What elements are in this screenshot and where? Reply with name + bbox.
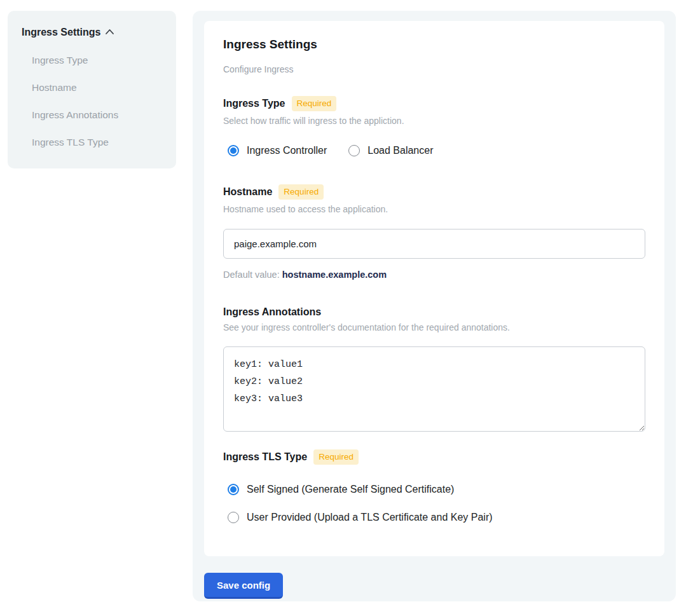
field-ingress-tls-type: Ingress TLS Type Required Self Signed (G… [223, 449, 645, 523]
radio-button-icon[interactable] [228, 484, 239, 495]
radio-label: User Provided (Upload a TLS Certificate … [247, 512, 493, 523]
radio-label: Ingress Controller [247, 145, 327, 156]
ingress-type-description: Select how traffic will ingress to the a… [223, 116, 645, 126]
ingress-tls-type-label: Ingress TLS Type [223, 451, 307, 463]
field-ingress-annotations: Ingress Annotations See your ingress con… [223, 306, 645, 432]
hostname-default-line: Default value: hostname.example.com [223, 270, 645, 280]
sidebar-item-hostname[interactable]: Hostname [32, 82, 162, 93]
radio-label: Self Signed (Generate Self Signed Certif… [247, 484, 454, 495]
sidebar-section-ingress-settings[interactable]: Ingress Settings [22, 27, 162, 38]
sidebar-section-label: Ingress Settings [22, 27, 100, 38]
radio-button-icon[interactable] [348, 145, 360, 156]
default-value-text: hostname.example.com [282, 270, 387, 280]
settings-sidebar: Ingress Settings Ingress Type Hostname I… [8, 11, 176, 168]
radio-load-balancer[interactable]: Load Balancer [348, 145, 433, 156]
radio-label: Load Balancer [367, 145, 433, 156]
hostname-description: Hostname used to access the application. [223, 204, 645, 214]
radio-self-signed[interactable]: Self Signed (Generate Self Signed Certif… [228, 484, 645, 495]
page-title: Ingress Settings [223, 38, 645, 51]
page-subtitle: Configure Ingress [223, 64, 645, 74]
ingress-type-label: Ingress Type [223, 98, 285, 109]
save-config-button[interactable]: Save config [204, 573, 283, 599]
sidebar-item-ingress-type[interactable]: Ingress Type [32, 55, 162, 66]
radio-button-icon[interactable] [228, 145, 239, 156]
sidebar-item-ingress-tls-type[interactable]: Ingress TLS Type [32, 137, 162, 148]
field-ingress-type: Ingress Type Required Select how traffic… [223, 96, 645, 156]
ingress-annotations-description: See your ingress controller's documentat… [223, 322, 645, 332]
ingress-settings-card: Ingress Settings Configure Ingress Ingre… [204, 21, 664, 556]
ingress-type-options: Ingress Controller Load Balancer [223, 145, 645, 156]
default-value-label: Default value: [223, 270, 280, 280]
ingress-tls-type-options: Self Signed (Generate Self Signed Certif… [223, 484, 645, 523]
radio-ingress-controller[interactable]: Ingress Controller [228, 145, 327, 156]
radio-button-icon[interactable] [228, 512, 239, 523]
ingress-settings-panel: Ingress Settings Configure Ingress Ingre… [193, 11, 676, 601]
hostname-input[interactable] [223, 229, 645, 259]
chevron-up-icon [105, 27, 114, 38]
ingress-annotations-label: Ingress Annotations [223, 306, 321, 318]
sidebar-item-list: Ingress Type Hostname Ingress Annotation… [22, 55, 162, 148]
ingress-annotations-textarea[interactable]: key1: value1 key2: value2 key3: value3 [223, 346, 645, 432]
radio-user-provided[interactable]: User Provided (Upload a TLS Certificate … [228, 512, 645, 523]
sidebar-item-ingress-annotations[interactable]: Ingress Annotations [32, 109, 162, 121]
hostname-label: Hostname [223, 186, 272, 198]
required-badge: Required [292, 96, 337, 111]
required-badge: Required [313, 449, 359, 465]
required-badge: Required [278, 184, 324, 200]
field-hostname: Hostname Required Hostname used to acces… [223, 184, 645, 280]
